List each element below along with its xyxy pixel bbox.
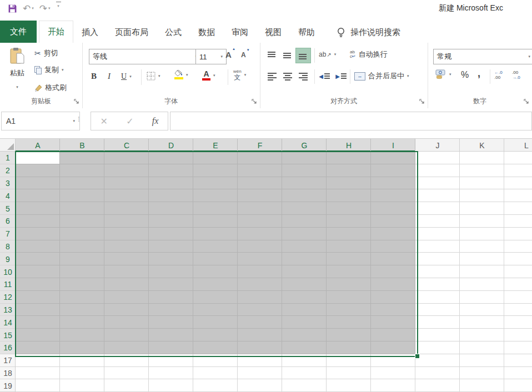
tab-页面布局[interactable]: 页面布局	[107, 22, 157, 43]
cell-F5[interactable]	[238, 202, 282, 215]
cell-D8[interactable]	[149, 240, 193, 253]
cut-button[interactable]: ✂ 剪切	[34, 48, 58, 58]
cell-D17[interactable]	[149, 354, 193, 367]
middle-align-button[interactable]	[280, 48, 295, 63]
cell-E14[interactable]	[193, 316, 238, 329]
fill-color-caret[interactable]: ▾	[186, 73, 188, 77]
cell-C6[interactable]	[104, 215, 149, 228]
cell-L5[interactable]	[504, 202, 532, 215]
font-name-combo[interactable]: 等线 ▾	[89, 49, 201, 64]
cell-D16[interactable]	[149, 341, 193, 354]
cell-C13[interactable]	[104, 304, 149, 316]
cell-A14[interactable]	[16, 316, 60, 329]
cell-E6[interactable]	[193, 215, 238, 228]
cell-H16[interactable]	[327, 341, 371, 354]
column-header-I[interactable]: I	[371, 139, 415, 152]
cell-F3[interactable]	[238, 177, 282, 190]
cell-C9[interactable]	[104, 253, 149, 265]
bold-button[interactable]: B	[91, 72, 97, 81]
cell-F9[interactable]	[238, 253, 282, 265]
borders-button[interactable]: ▾	[147, 72, 160, 81]
cell-J19[interactable]	[415, 379, 460, 392]
select-all-corner[interactable]	[0, 139, 16, 152]
cell-L14[interactable]	[504, 316, 532, 329]
cell-C3[interactable]	[104, 177, 149, 190]
cell-L8[interactable]	[504, 240, 532, 253]
cell-A7[interactable]	[16, 228, 60, 240]
cell-A15[interactable]	[16, 329, 60, 341]
tab-file[interactable]: 文件	[0, 21, 37, 43]
cell-B13[interactable]	[60, 304, 104, 316]
cell-I11[interactable]	[371, 278, 415, 291]
cell-D1[interactable]	[149, 152, 193, 164]
cell-B18[interactable]	[60, 367, 104, 380]
cell-K7[interactable]	[460, 228, 504, 240]
cell-I6[interactable]	[371, 215, 415, 228]
cell-E3[interactable]	[193, 177, 238, 190]
cell-D2[interactable]	[149, 164, 193, 177]
percent-style-button[interactable]: %	[461, 70, 469, 80]
cell-H14[interactable]	[327, 316, 371, 329]
cell-C16[interactable]	[104, 341, 149, 354]
row-header-14[interactable]: 14	[0, 316, 16, 329]
cell-F6[interactable]	[238, 215, 282, 228]
row-header-4[interactable]: 4	[0, 189, 16, 202]
cell-B10[interactable]	[60, 265, 104, 278]
row-header-17[interactable]: 17	[0, 354, 16, 367]
cell-J8[interactable]	[415, 240, 460, 253]
cell-L15[interactable]	[504, 329, 532, 341]
cell-C1[interactable]	[104, 152, 149, 164]
cell-E18[interactable]	[193, 367, 238, 380]
cell-G12[interactable]	[282, 291, 327, 304]
cell-F8[interactable]	[238, 240, 282, 253]
cell-F1[interactable]	[238, 152, 282, 164]
cell-K3[interactable]	[460, 177, 504, 190]
cell-A16[interactable]	[16, 341, 60, 354]
cell-E17[interactable]	[193, 354, 238, 367]
cell-K8[interactable]	[460, 240, 504, 253]
accounting-format-button[interactable]: ▾	[435, 69, 451, 79]
cell-G17[interactable]	[282, 354, 327, 367]
bottom-align-button[interactable]	[295, 48, 311, 63]
cell-B9[interactable]	[60, 253, 104, 265]
cell-C8[interactable]	[104, 240, 149, 253]
cell-L16[interactable]	[504, 341, 532, 354]
row-header-12[interactable]: 12	[0, 291, 16, 304]
cell-G7[interactable]	[282, 228, 327, 240]
cell-J6[interactable]	[415, 215, 460, 228]
cell-L13[interactable]	[504, 304, 532, 316]
cell-D19[interactable]	[149, 379, 193, 392]
cell-J7[interactable]	[415, 228, 460, 240]
merge-center-caret[interactable]: ▾	[407, 74, 409, 78]
cell-A1[interactable]	[16, 152, 60, 164]
cell-C10[interactable]	[104, 265, 149, 278]
cell-F16[interactable]	[238, 341, 282, 354]
cell-B11[interactable]	[60, 278, 104, 291]
cell-B2[interactable]	[60, 164, 104, 177]
fill-handle[interactable]	[415, 354, 420, 359]
cancel-icon[interactable]: ✕	[101, 116, 108, 127]
cell-I5[interactable]	[371, 202, 415, 215]
font-size-caret[interactable]: ▾	[220, 54, 223, 59]
cell-H5[interactable]	[327, 202, 371, 215]
cell-C7[interactable]	[104, 228, 149, 240]
cell-A12[interactable]	[16, 291, 60, 304]
enter-icon[interactable]: ✓	[126, 116, 133, 127]
cell-B5[interactable]	[60, 202, 104, 215]
name-box[interactable]: A1 ▾	[1, 112, 80, 130]
cell-A2[interactable]	[16, 164, 60, 177]
font-color-button[interactable]: A ▾	[202, 70, 215, 81]
center-button[interactable]	[280, 69, 295, 84]
cell-B19[interactable]	[60, 379, 104, 392]
cell-L18[interactable]	[504, 367, 532, 380]
cell-K12[interactable]	[460, 291, 504, 304]
undo-dropdown-caret[interactable]: ▾	[32, 6, 34, 11]
decrease-indent-button[interactable]: ◀	[317, 69, 332, 84]
redo-dropdown-caret[interactable]: ▾	[48, 6, 51, 11]
cell-D7[interactable]	[149, 228, 193, 240]
accounting-caret[interactable]: ▾	[449, 72, 451, 77]
cell-E1[interactable]	[193, 152, 238, 164]
save-button[interactable]	[8, 2, 17, 15]
formula-bar-grip[interactable]: ⁞	[78, 115, 80, 123]
top-align-button[interactable]	[264, 48, 280, 63]
